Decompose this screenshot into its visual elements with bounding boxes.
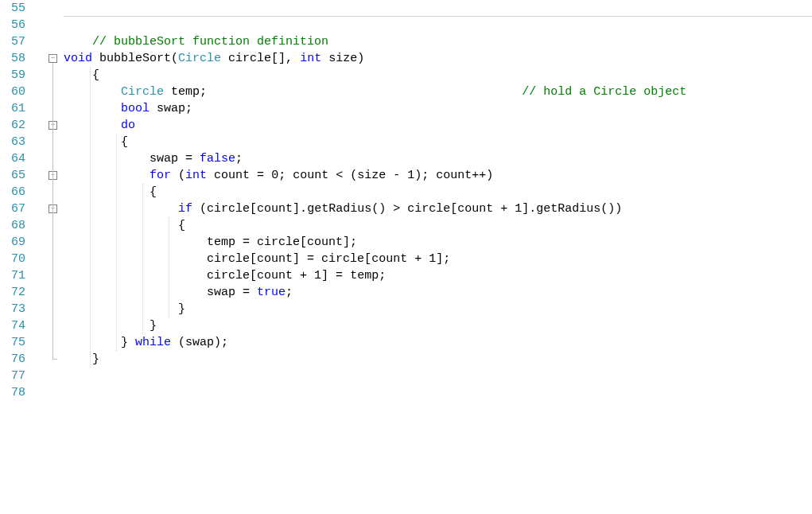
line-number: 66 <box>0 184 25 201</box>
code-line[interactable]: // bubbleSort function definition <box>64 33 812 50</box>
line-number: 77 <box>0 368 25 384</box>
code-line[interactable]: if (circle[count].getRadius() > circle[c… <box>64 201 812 217</box>
code-line[interactable]: do <box>64 117 812 134</box>
code-line[interactable]: } <box>64 317 812 334</box>
code-line[interactable]: { <box>64 67 812 84</box>
line-number-gutter: 5556575859606162636465666768697071727374… <box>0 0 32 401</box>
line-number: 70 <box>0 251 25 267</box>
indent-guide <box>116 134 117 351</box>
indent-guide <box>90 67 91 368</box>
code-line[interactable]: circle[count + 1] = temp; <box>64 267 812 284</box>
code-line[interactable]: swap = true; <box>64 284 812 301</box>
code-line[interactable]: } <box>64 301 812 317</box>
fold-gutter: −−−− <box>46 0 60 401</box>
line-number: 71 <box>0 267 25 284</box>
code-line[interactable]: circle[count] = circle[count + 1]; <box>64 251 812 267</box>
line-number: 57 <box>0 33 25 50</box>
line-number: 61 <box>0 100 25 117</box>
line-number: 56 <box>0 17 25 33</box>
code-line[interactable]: bool swap; <box>64 100 812 117</box>
code-line[interactable]: for (int count = 0; count < (size - 1); … <box>64 167 812 184</box>
line-number: 76 <box>0 351 25 368</box>
code-line[interactable]: } <box>64 351 812 368</box>
fold-guide-line <box>52 63 53 359</box>
line-number: 63 <box>0 134 25 150</box>
code-line[interactable]: { <box>64 217 812 234</box>
indent-guide <box>142 184 143 334</box>
line-separator <box>64 16 812 17</box>
line-number: 67 <box>0 201 25 217</box>
line-number: 62 <box>0 117 25 134</box>
indent-guide <box>169 217 169 317</box>
line-number: 72 <box>0 284 25 301</box>
glyph-margin <box>32 0 46 401</box>
code-editor[interactable]: // bubbleSort function definitionvoid bu… <box>60 0 812 401</box>
fold-collapse-icon[interactable]: − <box>49 54 57 63</box>
fold-end-marker <box>52 359 57 360</box>
line-number: 75 <box>0 334 25 351</box>
code-line[interactable] <box>64 384 812 401</box>
code-line[interactable]: void bubbleSort(Circle circle[], int siz… <box>64 50 812 67</box>
code-line[interactable]: { <box>64 134 812 150</box>
line-number: 64 <box>0 150 25 167</box>
code-line[interactable]: { <box>64 184 812 201</box>
line-number: 58 <box>0 50 25 67</box>
line-number: 68 <box>0 217 25 234</box>
line-number: 69 <box>0 234 25 251</box>
line-number: 78 <box>0 384 25 401</box>
code-line[interactable]: } while (swap); <box>64 334 812 351</box>
code-line[interactable] <box>64 17 812 33</box>
code-line[interactable]: Circle temp; // hold a Circle object <box>64 84 812 100</box>
line-number: 60 <box>0 84 25 100</box>
line-number: 65 <box>0 167 25 184</box>
line-number: 74 <box>0 317 25 334</box>
code-line[interactable] <box>64 0 812 17</box>
code-line[interactable]: swap = false; <box>64 150 812 167</box>
line-number: 73 <box>0 301 25 317</box>
code-line[interactable] <box>64 368 812 384</box>
code-line[interactable]: temp = circle[count]; <box>64 234 812 251</box>
line-number: 59 <box>0 67 25 84</box>
line-number: 55 <box>0 0 25 17</box>
